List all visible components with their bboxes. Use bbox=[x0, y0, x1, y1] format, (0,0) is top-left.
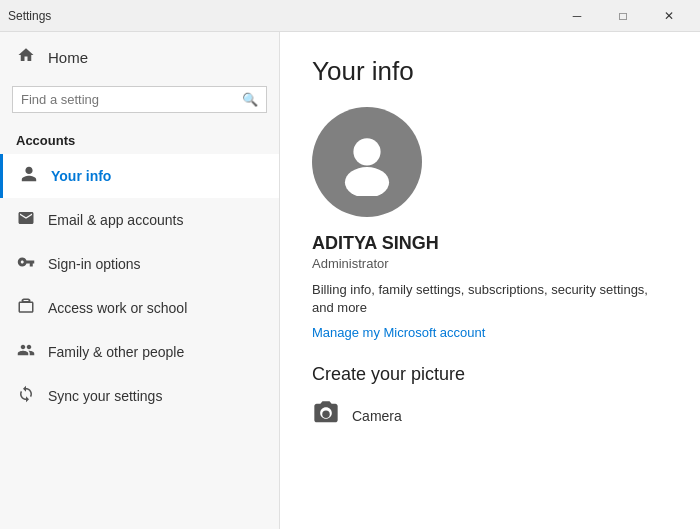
camera-row[interactable]: Camera bbox=[312, 399, 668, 433]
search-box[interactable]: 🔍 bbox=[12, 86, 267, 113]
home-icon bbox=[16, 46, 36, 68]
manage-link[interactable]: Manage my Microsoft account bbox=[312, 325, 668, 340]
svg-point-2 bbox=[322, 411, 329, 418]
person-icon bbox=[19, 165, 39, 187]
sidebar-item-sign-in[interactable]: Sign-in options bbox=[0, 242, 279, 286]
sidebar-item-email-app[interactable]: Email & app accounts bbox=[0, 198, 279, 242]
sidebar-item-label-signin: Sign-in options bbox=[48, 256, 141, 272]
minimize-button[interactable]: ─ bbox=[554, 0, 600, 32]
search-input[interactable] bbox=[21, 92, 236, 107]
window-controls: ─ □ ✕ bbox=[554, 0, 692, 32]
home-label: Home bbox=[48, 49, 88, 66]
create-picture-title: Create your picture bbox=[312, 364, 668, 385]
billing-info-text: Billing info, family settings, subscript… bbox=[312, 281, 652, 317]
sidebar-section-label: Accounts bbox=[0, 125, 279, 154]
sidebar-item-sync[interactable]: Sync your settings bbox=[0, 374, 279, 418]
user-name: ADITYA SINGH bbox=[312, 233, 668, 254]
close-button[interactable]: ✕ bbox=[646, 0, 692, 32]
avatar bbox=[312, 107, 422, 217]
svg-point-0 bbox=[353, 138, 380, 165]
sidebar-item-label-your-info: Your info bbox=[51, 168, 111, 184]
sidebar-item-label-email: Email & app accounts bbox=[48, 212, 183, 228]
briefcase-icon bbox=[16, 297, 36, 319]
email-icon bbox=[16, 209, 36, 231]
sidebar-item-label-family: Family & other people bbox=[48, 344, 184, 360]
search-icon: 🔍 bbox=[242, 92, 258, 107]
sidebar-item-family[interactable]: Family & other people bbox=[0, 330, 279, 374]
key-icon bbox=[16, 253, 36, 275]
sidebar-item-access-work[interactable]: Access work or school bbox=[0, 286, 279, 330]
maximize-button[interactable]: □ bbox=[600, 0, 646, 32]
sidebar-item-your-info[interactable]: Your info bbox=[0, 154, 279, 198]
sidebar-item-home[interactable]: Home bbox=[0, 32, 279, 82]
app-title: Settings bbox=[8, 9, 51, 23]
svg-point-1 bbox=[345, 167, 389, 196]
sync-icon bbox=[16, 385, 36, 407]
family-icon bbox=[16, 341, 36, 363]
titlebar: Settings ─ □ ✕ bbox=[0, 0, 700, 32]
sidebar-item-label-sync: Sync your settings bbox=[48, 388, 162, 404]
content-area: Your info ADITYA SINGH Administrator Bil… bbox=[280, 32, 700, 529]
sidebar-item-label-access-work: Access work or school bbox=[48, 300, 187, 316]
page-title: Your info bbox=[312, 56, 668, 87]
user-role: Administrator bbox=[312, 256, 668, 271]
sidebar: Home 🔍 Accounts Your info Email & a bbox=[0, 32, 280, 529]
camera-label: Camera bbox=[352, 408, 402, 424]
camera-icon bbox=[312, 399, 340, 433]
app-body: Home 🔍 Accounts Your info Email & a bbox=[0, 32, 700, 529]
